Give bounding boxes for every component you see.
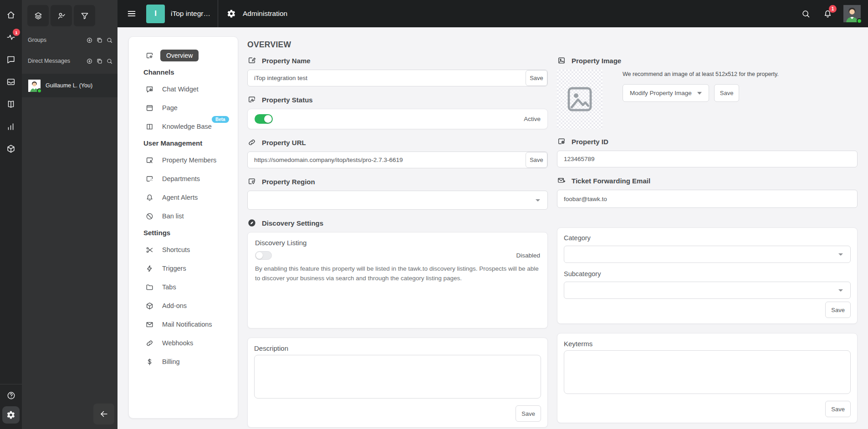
hamburger-menu-icon[interactable] bbox=[127, 9, 137, 19]
home-icon[interactable] bbox=[0, 10, 22, 20]
mail-icon bbox=[145, 320, 154, 329]
help-icon[interactable] bbox=[6, 391, 16, 400]
add-group-icon[interactable] bbox=[86, 37, 93, 44]
nav-item-label: Departments bbox=[162, 175, 200, 182]
property-avatar-chip[interactable]: I bbox=[146, 5, 165, 23]
layers-icon bbox=[34, 11, 43, 20]
agents-button[interactable] bbox=[51, 5, 72, 26]
nav-item-page[interactable]: Page bbox=[129, 101, 238, 114]
nav-item-property-members[interactable]: Property Members bbox=[129, 154, 238, 167]
section-title: Administration bbox=[243, 10, 287, 18]
search-direct-messages-icon[interactable] bbox=[106, 58, 113, 65]
property-url-input[interactable] bbox=[247, 151, 548, 168]
chats-icon[interactable] bbox=[0, 55, 22, 65]
description-save-button[interactable]: Save bbox=[516, 405, 541, 422]
nav-item-chat-widget[interactable]: Chat Widget bbox=[129, 83, 238, 96]
bell-icon bbox=[145, 193, 154, 202]
chevron-down-icon bbox=[838, 253, 843, 256]
nav-item-label: Agent Alerts bbox=[162, 194, 198, 201]
mail-forward-icon bbox=[557, 176, 566, 185]
discovery-listing-description: By enabling this feature this property w… bbox=[255, 264, 540, 283]
keyterms-save-button[interactable]: Save bbox=[825, 401, 851, 417]
nav-item-mail-notifications[interactable]: Mail Notifications bbox=[129, 318, 238, 331]
section-label: Direct Messages bbox=[28, 58, 86, 64]
duplicate-group-icon[interactable] bbox=[96, 37, 103, 44]
property-status-label-row: Property Status bbox=[247, 95, 548, 105]
property-id-label-row: Property ID bbox=[557, 136, 858, 146]
nav-item-agent-alerts[interactable]: Agent Alerts bbox=[129, 191, 238, 204]
monitoring-icon[interactable]: 1 bbox=[0, 32, 22, 42]
fingerprint-square-icon bbox=[557, 137, 566, 146]
duplicate-direct-message-icon[interactable] bbox=[96, 58, 103, 65]
nav-item-add-ons[interactable]: Add-ons bbox=[129, 299, 238, 312]
compass-icon bbox=[247, 218, 256, 227]
dm-user-row[interactable]: Guillaume L. (You) bbox=[22, 74, 117, 97]
search-icon[interactable] bbox=[801, 9, 811, 19]
arrow-left-icon bbox=[99, 409, 109, 419]
addons-icon[interactable] bbox=[0, 144, 22, 154]
nav-item-shortcuts[interactable]: Shortcuts bbox=[129, 243, 238, 256]
property-url-row: Save bbox=[247, 151, 548, 168]
online-status-dot bbox=[857, 18, 862, 24]
ticket-email-row bbox=[557, 190, 858, 208]
nav-item-tabs[interactable]: Tabs bbox=[129, 281, 238, 293]
nav-item-overview[interactable]: Overview bbox=[129, 49, 238, 62]
property-region-select[interactable] bbox=[247, 191, 548, 210]
image-square-icon bbox=[557, 56, 566, 65]
user-avatar[interactable] bbox=[843, 5, 861, 22]
add-direct-message-icon[interactable] bbox=[86, 58, 93, 65]
chevron-down-icon bbox=[536, 199, 540, 202]
nav-item-departments[interactable]: Departments bbox=[129, 172, 238, 185]
subcategory-select[interactable] bbox=[564, 282, 851, 299]
topbar-divider bbox=[218, 0, 218, 27]
property-image-hint: We recommend an image of at least 512x51… bbox=[623, 71, 779, 77]
inbox-icon[interactable] bbox=[0, 77, 22, 87]
administration-gear-icon[interactable] bbox=[2, 406, 20, 424]
pin-square-icon bbox=[247, 177, 256, 186]
property-name-save-button[interactable]: Save bbox=[526, 70, 547, 86]
property-id-input[interactable] bbox=[557, 151, 858, 167]
rail-bottom bbox=[0, 384, 22, 424]
keyterms-title: Keyterms bbox=[564, 340, 851, 348]
reporting-icon[interactable] bbox=[0, 121, 22, 131]
property-status-state: Active bbox=[524, 116, 541, 122]
filters-button[interactable] bbox=[74, 5, 95, 26]
property-name-input[interactable] bbox=[247, 70, 548, 86]
nav-item-label: Add-ons bbox=[162, 302, 187, 309]
beta-badge: Beta bbox=[212, 116, 229, 123]
notifications-button[interactable]: 1 bbox=[823, 9, 832, 19]
description-textarea[interactable] bbox=[254, 355, 541, 399]
nav-item-triggers[interactable]: Triggers bbox=[129, 262, 238, 275]
modify-property-image-button[interactable]: Modify Property Image bbox=[623, 84, 709, 102]
category-label: Category bbox=[564, 234, 851, 242]
dollar-icon bbox=[145, 358, 154, 366]
channels-button[interactable] bbox=[27, 5, 49, 26]
nav-item-webhooks[interactable]: Webhooks bbox=[129, 337, 238, 349]
property-url-save-button[interactable]: Save bbox=[526, 152, 547, 168]
collapse-sidebar-button[interactable] bbox=[93, 404, 114, 424]
keyterms-textarea[interactable] bbox=[564, 350, 851, 394]
search-groups-icon[interactable] bbox=[106, 37, 113, 44]
pulse-square-icon bbox=[247, 95, 256, 104]
property-title[interactable]: iTop integr… bbox=[171, 10, 210, 18]
rail-divider bbox=[0, 384, 22, 384]
nav-item-knowledge-base[interactable]: Knowledge BaseBeta bbox=[129, 120, 238, 133]
nav-item-billing[interactable]: Billing bbox=[129, 355, 238, 368]
topbar: I iTop integr… Administration 1 bbox=[117, 0, 868, 27]
category-save-button[interactable]: Save bbox=[825, 302, 851, 318]
notification-badge: 1 bbox=[829, 5, 837, 13]
nav-item-label: Chat Widget bbox=[162, 86, 199, 93]
zap-icon bbox=[145, 264, 154, 273]
left-rail: 1 bbox=[0, 0, 22, 429]
ticket-email-input[interactable] bbox=[557, 190, 858, 208]
property-region-label-row: Property Region bbox=[247, 177, 548, 187]
category-select[interactable] bbox=[564, 246, 851, 263]
knowledge-base-icon[interactable] bbox=[0, 99, 22, 109]
property-image-save-button[interactable]: Save bbox=[714, 84, 740, 102]
window-person-icon bbox=[145, 156, 154, 165]
nav-item-label: Overview bbox=[160, 50, 199, 61]
nav-item-ban-list[interactable]: Ban list bbox=[129, 210, 238, 222]
discovery-listing-toggle[interactable] bbox=[255, 251, 272, 260]
property-status-toggle[interactable] bbox=[255, 114, 273, 124]
app-root: 1 GroupsDirect Messages Guillaume L. (Yo… bbox=[0, 0, 868, 429]
